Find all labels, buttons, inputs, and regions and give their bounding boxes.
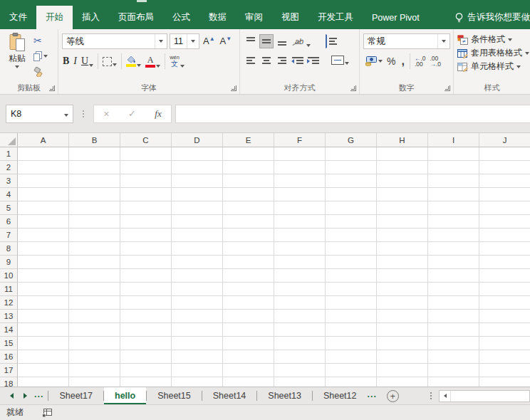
cell-B9[interactable]: [69, 256, 120, 269]
column-header-J[interactable]: J: [479, 133, 530, 147]
cell-H18[interactable]: [377, 377, 428, 387]
cell-E10[interactable]: [223, 269, 274, 283]
cell-B11[interactable]: [69, 283, 120, 296]
middle-align-button[interactable]: [259, 34, 274, 48]
name-box-caret[interactable]: [60, 109, 73, 119]
cell-G6[interactable]: [326, 215, 377, 229]
cell-E14[interactable]: [223, 323, 274, 337]
font-name-combobox[interactable]: 等线: [62, 33, 167, 49]
row-header-17[interactable]: 17: [0, 364, 18, 377]
ribbon-tab-data[interactable]: 数据: [199, 6, 236, 29]
cell-G3[interactable]: [326, 174, 377, 188]
cell-I9[interactable]: [428, 256, 479, 269]
cell-G1[interactable]: [326, 147, 377, 161]
cell-C16[interactable]: [120, 350, 172, 364]
cell-C2[interactable]: [120, 161, 172, 174]
cell-I17[interactable]: [428, 364, 479, 377]
cell-A8[interactable]: [18, 242, 69, 256]
cell-E2[interactable]: [223, 161, 274, 174]
cell-I18[interactable]: [428, 377, 479, 387]
bottom-align-button[interactable]: [275, 34, 289, 48]
row-header-13[interactable]: 13: [0, 310, 18, 323]
cell-F7[interactable]: [274, 229, 326, 242]
cell-C18[interactable]: [120, 377, 172, 387]
cell-E17[interactable]: [223, 364, 274, 377]
number-format-combobox[interactable]: 常规: [363, 33, 450, 49]
increase-font-size-button[interactable]: A▲: [202, 35, 217, 47]
cell-F12[interactable]: [274, 296, 326, 310]
cell-D16[interactable]: [172, 350, 223, 364]
cell-E13[interactable]: [223, 310, 274, 323]
cell-D10[interactable]: [172, 269, 223, 283]
cell-F13[interactable]: [274, 310, 326, 323]
cell-G5[interactable]: [326, 201, 377, 215]
new-sheet-button[interactable]: +: [387, 390, 399, 402]
cell-B16[interactable]: [69, 350, 120, 364]
cell-J8[interactable]: [479, 242, 530, 256]
cell-B4[interactable]: [69, 188, 120, 201]
cell-F8[interactable]: [274, 242, 326, 256]
row-header-6[interactable]: 6: [0, 215, 18, 229]
cell-A15[interactable]: [18, 337, 69, 350]
cell-J3[interactable]: [479, 174, 530, 188]
cell-H7[interactable]: [377, 229, 428, 242]
cell-B15[interactable]: [69, 337, 120, 350]
cell-styles-button[interactable]: 单元格样式: [456, 60, 528, 73]
cell-H3[interactable]: [377, 174, 428, 188]
cell-I16[interactable]: [428, 350, 479, 364]
cell-J9[interactable]: [479, 256, 530, 269]
cell-C1[interactable]: [120, 147, 172, 161]
increase-indent-button[interactable]: [306, 55, 321, 66]
column-header-G[interactable]: G: [326, 133, 377, 147]
cell-J6[interactable]: [479, 215, 530, 229]
row-header-9[interactable]: 9: [0, 256, 18, 269]
sheet-tab-Sheet17[interactable]: Sheet17: [48, 387, 103, 404]
sheet-tab-Sheet14[interactable]: Sheet14: [202, 387, 257, 404]
horizontal-scrollbar[interactable]: [439, 390, 530, 402]
underline-button[interactable]: U: [79, 54, 95, 68]
increase-decimal-button[interactable]: ←.0 .00: [412, 56, 428, 68]
cell-G2[interactable]: [326, 161, 377, 174]
cell-A6[interactable]: [18, 215, 69, 229]
cell-I3[interactable]: [428, 174, 479, 188]
row-header-5[interactable]: 5: [0, 201, 18, 215]
cell-I7[interactable]: [428, 229, 479, 242]
cell-H2[interactable]: [377, 161, 428, 174]
column-header-E[interactable]: E: [223, 133, 274, 147]
alignment-dialog-launcher[interactable]: [350, 85, 356, 91]
cell-H5[interactable]: [377, 201, 428, 215]
clipboard-dialog-launcher[interactable]: [49, 85, 55, 91]
cell-C9[interactable]: [120, 256, 172, 269]
cell-F2[interactable]: [274, 161, 326, 174]
column-header-F[interactable]: F: [274, 133, 326, 147]
cell-G9[interactable]: [326, 256, 377, 269]
column-header-I[interactable]: I: [428, 133, 479, 147]
tell-me[interactable]: 告诉我你想要做: [447, 6, 530, 29]
wrap-text-button[interactable]: [326, 34, 340, 48]
cell-G8[interactable]: [326, 242, 377, 256]
row-header-12[interactable]: 12: [0, 296, 18, 310]
cell-E5[interactable]: [223, 201, 274, 215]
row-header-4[interactable]: 4: [0, 188, 18, 201]
cell-H14[interactable]: [377, 323, 428, 337]
cell-I2[interactable]: [428, 161, 479, 174]
cell-E1[interactable]: [223, 147, 274, 161]
cell-G13[interactable]: [326, 310, 377, 323]
ribbon-tab-formulas[interactable]: 公式: [163, 6, 199, 29]
cell-B12[interactable]: [69, 296, 120, 310]
enter-button[interactable]: ✓: [128, 108, 136, 119]
percent-style-button[interactable]: %: [384, 56, 398, 67]
cell-J17[interactable]: [479, 364, 530, 377]
cell-E3[interactable]: [223, 174, 274, 188]
sheet-tab-Sheet13[interactable]: Sheet13: [257, 387, 312, 404]
font-size-caret[interactable]: [187, 34, 199, 48]
cell-D7[interactable]: [172, 229, 223, 242]
cell-D3[interactable]: [172, 174, 223, 188]
align-center-button[interactable]: [259, 53, 274, 68]
cell-F6[interactable]: [274, 215, 326, 229]
cell-G16[interactable]: [326, 350, 377, 364]
conditional-formatting-button[interactable]: ≠ 条件格式: [456, 33, 528, 46]
row-header-10[interactable]: 10: [0, 269, 18, 283]
cut-button[interactable]: ✂: [33, 34, 48, 46]
cell-A14[interactable]: [18, 323, 69, 337]
